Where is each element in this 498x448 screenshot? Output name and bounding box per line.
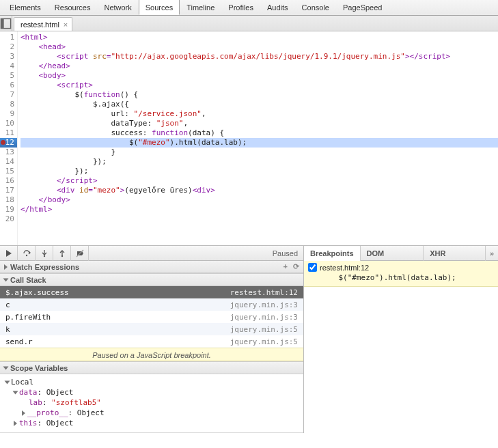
devtools-tab-pagespeed[interactable]: PageSpeed <box>336 1 389 14</box>
devtools-tab-sources[interactable]: Sources <box>139 0 180 15</box>
devtools-tab-console[interactable]: Console <box>295 1 336 14</box>
scope-panel-header[interactable]: Scope Variables <box>0 362 303 374</box>
scope-panel-title: Scope Variables <box>10 364 68 372</box>
breakpoint-location: restest.html:12 <box>320 264 369 272</box>
svg-point-3 <box>43 255 44 256</box>
pause-reason: Paused on a JavaScript breakpoint. <box>0 348 303 361</box>
scope-var-name: data <box>19 388 38 397</box>
file-tab-restest[interactable]: restest.html × <box>14 17 72 31</box>
scope-var-type: Object <box>77 408 105 417</box>
devtools-tab-timeline[interactable]: Timeline <box>180 1 221 14</box>
deactivate-breakpoints-button[interactable] <box>71 246 89 261</box>
frame-location: jquery.min.js:3 <box>230 300 298 309</box>
step-out-button[interactable] <box>53 246 71 261</box>
scope-local-label: Local <box>11 378 33 387</box>
disclosure-icon <box>4 264 8 270</box>
frame-location: jquery.min.js:5 <box>230 325 298 334</box>
add-watch-icon[interactable]: + <box>283 262 288 271</box>
source-code[interactable]: <html> <head> <script src="http://ajax.g… <box>18 31 498 245</box>
devtools-tab-resources[interactable]: Resources <box>48 1 98 14</box>
watch-panel: Watch Expressions +⟳ <box>0 261 303 274</box>
breakpoint-checkbox[interactable] <box>308 263 317 272</box>
navigator-toggle-icon[interactable] <box>0 16 12 31</box>
debugger-sidebar-right: BreakpointsDOM BreakpointsXHR Breakpoint… <box>304 246 498 433</box>
callstack-frame[interactable]: send.rjquery.min.js:5 <box>0 335 303 348</box>
frame-function: c <box>5 300 10 309</box>
scope-panel: Scope Variables Local data: Object lab: … <box>0 362 303 433</box>
debugger-status: Paused <box>273 249 303 257</box>
breakpoints-tabbar: BreakpointsDOM BreakpointsXHR Breakpoint… <box>304 246 498 261</box>
step-over-button[interactable] <box>18 246 36 261</box>
debugger-toolbar: Paused <box>0 246 303 261</box>
callstack-frame[interactable]: cjquery.min.js:3 <box>0 298 303 311</box>
callstack-frame[interactable]: kjquery.min.js:5 <box>0 323 303 335</box>
bp-tab-dom-breakpoints[interactable]: DOM Breakpoints <box>361 246 424 261</box>
watch-panel-title: Watch Expressions <box>10 263 79 271</box>
callstack-panel: Call Stack $.ajax.successrestest.html:12… <box>0 274 303 362</box>
disclosure-icon <box>3 366 9 369</box>
file-tab-label: restest.html <box>20 20 59 29</box>
disclosure-icon <box>3 278 9 281</box>
frame-location: jquery.min.js:3 <box>230 313 298 322</box>
frame-function: p.fireWith <box>5 313 51 322</box>
callstack-panel-title: Call Stack <box>10 276 46 284</box>
callstack-panel-header[interactable]: Call Stack <box>0 274 303 286</box>
devtools-tab-elements[interactable]: Elements <box>3 1 48 14</box>
debugger-sidebar-left: Paused Watch Expressions +⟳ Call Stack $… <box>0 246 304 433</box>
bp-tab-xhr-breakpoints[interactable]: XHR Breakpoints <box>424 246 486 261</box>
devtools-tab-audits[interactable]: Audits <box>260 1 295 14</box>
scope-var-type: Object <box>46 419 74 428</box>
disclosure-icon[interactable] <box>22 410 25 416</box>
scope-var-name: lab <box>29 398 42 407</box>
frame-function: k <box>5 325 10 334</box>
devtools-tab-network[interactable]: Network <box>97 1 138 14</box>
frame-location: jquery.min.js:5 <box>230 337 298 346</box>
scope-local: Local data: Object lab: "szoftlab5" __pr… <box>0 374 303 432</box>
frame-function: $.ajax.success <box>5 288 69 297</box>
scope-var-name: this <box>19 419 38 428</box>
disclosure-icon[interactable] <box>14 421 17 426</box>
more-tabs-icon[interactable]: » <box>486 249 498 257</box>
scope-var-value: "szoftlab5" <box>51 398 101 407</box>
scope-global[interactable]: Global Window <box>0 432 303 433</box>
frame-function: send.r <box>5 337 33 346</box>
resume-button[interactable] <box>0 246 18 261</box>
bp-tab-breakpoints[interactable]: Breakpoints <box>304 246 361 261</box>
devtools-tab-profiles[interactable]: Profiles <box>221 1 260 14</box>
scope-var-type: Object <box>46 388 74 397</box>
breakpoint-source: $("#mezo").html(data.lab); <box>308 272 494 283</box>
disclosure-icon[interactable] <box>5 381 10 384</box>
source-editor: 1234567891011121314151617181920 <html> <… <box>0 31 498 246</box>
svg-point-4 <box>61 255 62 256</box>
refresh-watch-icon[interactable]: ⟳ <box>293 262 299 271</box>
svg-rect-1 <box>1 18 3 28</box>
callstack-frame[interactable]: p.fireWithjquery.min.js:3 <box>0 311 303 323</box>
file-tabbar: restest.html × <box>0 16 498 31</box>
scope-var-name: __proto__ <box>27 408 68 417</box>
watch-panel-header[interactable]: Watch Expressions +⟳ <box>0 261 303 273</box>
svg-point-2 <box>25 254 27 255</box>
close-icon[interactable]: × <box>64 20 68 29</box>
callstack-frame[interactable]: $.ajax.successrestest.html:12 <box>0 286 303 298</box>
disclosure-icon[interactable] <box>13 391 18 395</box>
breakpoint-item[interactable]: restest.html:12 $("#mezo").html(data.lab… <box>304 261 498 287</box>
step-into-button[interactable] <box>36 246 53 261</box>
line-number-gutter[interactable]: 1234567891011121314151617181920 <box>0 31 18 245</box>
devtools-top-tabs: ElementsResourcesNetworkSourcesTimelineP… <box>0 0 498 16</box>
frame-location: restest.html:12 <box>230 288 298 297</box>
